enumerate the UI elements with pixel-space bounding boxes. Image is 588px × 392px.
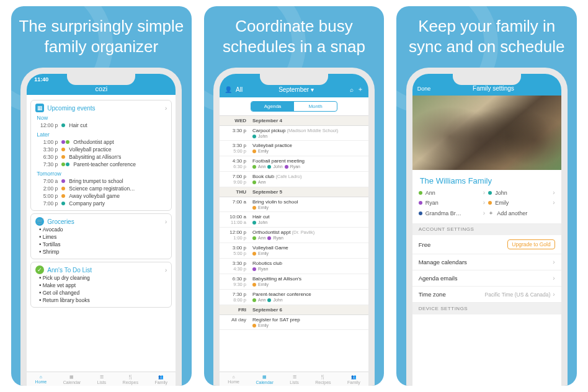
list-item[interactable]: Limes [35,233,167,241]
add-icon[interactable]: ＋ [357,85,363,94]
calendar-event[interactable]: 6:30 p9:30 pBabysitting at Allison's Emi… [220,274,368,290]
upgrade-button[interactable]: Upgrade to Gold [507,239,555,249]
calendar-event[interactable]: 4:30 p6:30 pFootball parent meeting Ann … [220,156,368,172]
home-icon: ⌂ [232,375,234,379]
list-item[interactable]: Make vet appt [35,282,167,289]
groceries-card[interactable]: 🛒 Groceries › AvocadoLimesTortillasShrim… [30,213,172,259]
tab-recipes[interactable]: 🍴Recipes [123,375,138,385]
family-name: The Williams Family [412,170,561,189]
event-row[interactable]: 12:00 pHair cut [35,122,167,129]
event-row[interactable]: 7:00 pCompany party [35,200,167,207]
upcoming-card[interactable]: ▦ Upcoming events › Now12:00 pHair cutLa… [30,100,172,211]
chevron-right-icon: › [165,104,167,112]
member-row[interactable]: Ann› [419,189,486,196]
plus-icon: ＋ [488,209,494,217]
view-toggle[interactable]: Agenda Month [251,101,337,112]
headline-2: Coordinate busy schedules in a snap [210,16,378,56]
tab-lists[interactable]: ☰Lists [290,375,298,385]
tab-family[interactable]: 👥Family [154,375,167,385]
tab-family[interactable]: 👥Family [347,375,360,385]
calendar-event[interactable]: 7:00 p9:00 pBook club (Cafe Ladro)Ann [220,172,368,187]
panel-3: Keep your family in sync and on schedule… [396,6,577,386]
calendar-event[interactable]: 7:30 p8:00 pParent-teacher conference An… [220,290,368,305]
members-grid: Ann›John›Ryan›Emily›Grandma Br…›＋Add ano… [412,189,561,223]
member-row[interactable]: Ryan› [419,199,486,206]
list-item[interactable]: Return library books [35,296,167,304]
time-group-label: Now [37,115,167,121]
calendar-event[interactable]: All dayRegister for SAT prep Emily [220,315,368,330]
tab-home[interactable]: ⌂Home [228,375,239,385]
person-icon[interactable]: 👤 [225,86,232,93]
chevron-right-icon: › [553,199,555,206]
event-row[interactable]: 3:30 pVolleyball practice [35,146,167,153]
event-row[interactable]: 2:00 pScience camp registration… [35,185,167,192]
tab-lists[interactable]: ☰Lists [97,375,106,385]
calendar-event[interactable]: 3:30 p5:00 pVolleyball practice Emily [220,141,368,156]
calendar-event[interactable]: 7:00 aBring violin to school Emily [220,197,368,212]
calendar-event[interactable]: 3:30 p4:30 pRobotics club Ryan [220,259,368,274]
member-row[interactable]: John› [488,189,555,196]
lists-icon: ☰ [293,375,296,380]
headline-1: The surprisingly simple family organizer [17,16,185,56]
settings-title: Family settings [430,85,556,92]
list-item[interactable]: Pick up dry cleaning [35,274,167,282]
settings-row[interactable]: Time zonePacific Time (US & Canada)› [412,287,561,303]
headline-3: Keep your family in sync and on schedule [403,16,571,56]
search-icon[interactable]: ⌕ [350,86,354,93]
time-group-label: Tomorrow [37,171,167,177]
tab-calendar[interactable]: ▦Calendar [63,375,81,385]
event-row[interactable]: 6:30 pBabysitting at Allison's [35,153,167,161]
tab-bar: ⌂Home▦Calendar☰Lists🍴Recipes👥Family [27,372,176,386]
calendar-icon: ▦ [69,375,74,380]
check-icon: ✓ [35,265,44,274]
family-icon: 👥 [351,375,357,380]
calendar-event[interactable]: 10:00 a11:00 aHair cut John [220,212,368,228]
settings-row[interactable]: Agenda emails› [412,270,561,287]
phone-frame-2: 👤 All September ▾ ⌕ ＋ Agenda Month WEDSe… [213,68,375,386]
chevron-right-icon: › [553,259,555,265]
calendar-icon: ▦ [262,375,267,380]
event-row[interactable]: 7:30 pParent-teacher conference [35,161,167,168]
event-row[interactable]: 1:00 pOrthodontist appt [35,138,167,146]
tab-calendar[interactable]: ▦Calendar [256,375,273,385]
member-row[interactable]: Emily› [488,199,555,206]
chevron-right-icon: › [553,291,555,298]
add-member-button[interactable]: ＋Add another [488,209,555,217]
chevron-right-icon: › [553,275,555,282]
home-icon: ⌂ [40,375,42,379]
event-row[interactable]: 7:00 aBring trumpet to school [35,177,167,185]
family-photo[interactable] [412,96,561,170]
day-header: FRISeptember 6 [220,305,368,315]
todo-card[interactable]: ✓ Ann's To Do List › Pick up dry cleanin… [30,262,172,308]
settings-row[interactable]: FreeUpgrade to Gold [412,235,561,254]
done-button[interactable]: Done [417,86,431,92]
time-group-label: Later [37,131,167,138]
chevron-right-icon: › [165,218,167,225]
todo-title: Ann's To Do List [47,267,92,274]
calendar-event[interactable]: 3:30 pCarpool pickup (Madison Middle Sch… [220,126,368,141]
calendar-event[interactable]: 12:00 p1:00 pOrthodontist appt (Dr. Pavl… [220,228,368,243]
calendar-event[interactable]: 3:00 p5:00 pVolleyball Game Emily [220,243,368,259]
cart-icon: 🛒 [35,217,44,226]
member-row[interactable]: Grandma Br…› [419,209,486,217]
list-item[interactable]: Get oil changed [35,289,167,296]
event-row[interactable]: 5:00 pAway volleyball game [35,192,167,200]
day-header: THUSeptember 5 [220,187,368,197]
tab-home[interactable]: ⌂Home [35,375,47,385]
chevron-right-icon: › [483,189,485,196]
seg-agenda[interactable]: Agenda [251,102,294,111]
tab-bar: ⌂Home▦Calendar☰Lists🍴Recipes👥Family [220,372,368,386]
list-item[interactable]: Avocado [35,226,167,233]
list-item[interactable]: Tortillas [35,241,167,248]
settings-row[interactable]: Manage calendars› [412,254,561,270]
day-header: WEDSeptember 4 [220,116,368,126]
month-title[interactable]: September ▾ [246,86,346,93]
tab-recipes[interactable]: 🍴Recipes [315,375,331,385]
filter-all[interactable]: All [236,86,243,93]
phone-frame-3: Done Family settings The Williams Family… [406,68,568,386]
groceries-title: Groceries [47,218,74,225]
chevron-right-icon: › [553,189,555,196]
list-item[interactable]: Shrimp [35,248,167,256]
seg-month[interactable]: Month [294,102,337,111]
recipes-icon: 🍴 [320,375,326,380]
